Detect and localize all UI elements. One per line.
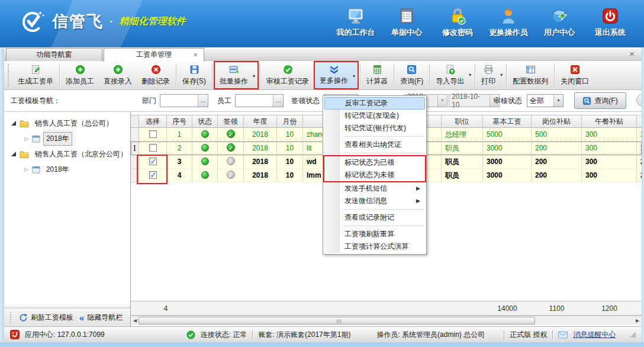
tree-node-2018-beijing[interactable]: ▷ 2018年 — [24, 162, 72, 176]
tree-node-2018-head-office[interactable]: ▷ 2018年 — [24, 131, 72, 146]
menu-item-view-notes[interactable]: 查看或记录附记 — [324, 211, 425, 224]
col-header-month[interactable]: 月份 — [277, 115, 303, 128]
row-header — [131, 169, 139, 182]
employee-input[interactable] — [236, 95, 273, 107]
refresh-templates-button[interactable]: 刷新工资模板 — [19, 313, 73, 323]
print-button[interactable]: 打印 ▾ — [476, 61, 505, 89]
nav-document-center[interactable]: 单据中心 — [381, 6, 432, 38]
col-header-lunch-allowance[interactable]: 午餐补贴 — [582, 115, 637, 128]
switch-operator-person-icon — [500, 7, 517, 25]
tree-expanded-icon[interactable] — [11, 152, 16, 156]
query-toolbar-button[interactable]: 查询(F) — [395, 61, 428, 89]
col-header-post-allowance[interactable]: 岗位补贴 — [532, 115, 582, 128]
calendar-icon — [32, 134, 40, 143]
generate-payroll-button[interactable]: 生成工资单 — [13, 61, 58, 89]
menu-item-view-cashier-voucher[interactable]: 查看相关出纳凭证 — [324, 139, 425, 151]
tree-node-head-office[interactable]: 销售人员工资（总公司） — [11, 116, 115, 130]
configure-columns-button[interactable]: 配置数据列 — [508, 61, 553, 89]
totals-lunch-allowance: 1200 — [582, 301, 637, 316]
menu-item-mark-as-unsigned[interactable]: 标记状态为未领 — [324, 169, 425, 181]
scroll-right-icon[interactable]: ▶ — [633, 316, 642, 325]
nav-user-center[interactable]: 用户中心 — [534, 6, 585, 38]
position-cell: 总经理 — [442, 128, 483, 142]
employee-lookup-button[interactable]: … — [273, 95, 283, 107]
tree-node-beijing-branch[interactable]: 销售人员工资（北京分公司） — [11, 147, 130, 161]
dept-input[interactable] — [160, 95, 198, 107]
tree-node-label: 2018年 — [44, 133, 72, 145]
direct-entry-button[interactable]: 直接录入 — [99, 61, 137, 89]
row-header — [131, 128, 139, 142]
nav-label: 修改密码 — [442, 27, 473, 38]
col-header-base-salary[interactable]: 基本工资 — [483, 115, 532, 128]
pane-close-icon[interactable]: × — [629, 49, 635, 59]
row-checkbox[interactable] — [149, 144, 157, 152]
signed-check-icon — [227, 130, 235, 138]
scroll-left-icon[interactable]: ◀ — [131, 316, 139, 325]
save-button[interactable]: 保存(S) — [178, 61, 211, 89]
app-tagline: 精细化管理软件 — [120, 15, 186, 28]
menu-item-recalculate-items[interactable]: 工资项刷新重算 — [324, 228, 425, 240]
menu-item-mark-as-signed[interactable]: 标记状态为已领 — [324, 156, 425, 169]
import-export-button[interactable]: 导入导出 ▾ — [431, 61, 474, 89]
tab-close-icon[interactable]: × — [193, 49, 198, 61]
toolbar-separator — [554, 64, 555, 86]
totals-post-allowance: 1100 — [532, 301, 582, 316]
lunch-allowance-cell: 300 — [582, 155, 637, 169]
button-label: 配置数据列 — [513, 76, 548, 86]
date-to-select[interactable]: 2018-10-10 ▾ — [449, 94, 500, 107]
batch-operation-button[interactable]: 批量操作 ▾ — [214, 61, 259, 89]
tab-function-navigator[interactable]: 功能导航窗 — [6, 48, 102, 61]
nav-exit-system[interactable]: 退出系统 — [585, 6, 636, 38]
col-header-select[interactable]: 选择 — [139, 115, 167, 128]
horizontal-scrollbar[interactable]: ◀ ▶ — [131, 316, 642, 325]
calculator-button[interactable]: 计算器 — [362, 61, 392, 89]
more-operations-button[interactable]: 更多操作 ▾ — [314, 61, 359, 89]
message-center-link[interactable]: 消息提醒中心 — [573, 330, 616, 340]
col-header-status[interactable]: 状态 — [192, 115, 218, 128]
delete-record-button[interactable]: 删除记录 — [137, 61, 175, 89]
year-cell: 2018 — [244, 155, 277, 169]
tree-expanded-icon[interactable] — [11, 121, 16, 126]
unsigned-check-icon — [227, 171, 235, 179]
col-header-seq[interactable]: 序号 — [167, 115, 192, 128]
nav-my-workbench[interactable]: 我的工作台 — [330, 6, 381, 38]
partial-cell: 2 — [637, 128, 642, 142]
close-window-button[interactable]: 关闭窗口 — [556, 61, 594, 89]
post-allowance-cell: 200 — [532, 155, 582, 169]
row-checkbox[interactable] — [149, 171, 157, 179]
menu-item-send-wechat[interactable]: 发送微信消息 ▶ — [324, 195, 425, 207]
query-button-label: 查询(F) — [594, 96, 617, 106]
close-window-icon — [570, 65, 580, 75]
audit-status-select[interactable]: 全部 ▾ — [527, 94, 564, 107]
resize-grip[interactable] — [630, 332, 636, 338]
menu-item-formula-calculation[interactable]: 工资项计算公式演算 — [324, 240, 425, 253]
tab-payroll-management[interactable]: 工资单管理 × — [104, 48, 204, 62]
col-header-year[interactable]: 年度 — [244, 115, 277, 128]
scrollbar-thumb[interactable] — [139, 317, 535, 324]
menu-item-post-voucher-cash[interactable]: 转记凭证(发现金) — [324, 110, 425, 122]
row-checkbox[interactable] — [149, 158, 157, 165]
base-salary-cell: 5000 — [483, 128, 532, 142]
query-button[interactable]: 查询(F) — [574, 92, 626, 109]
nav-switch-operator[interactable]: 更换操作员 — [483, 6, 534, 38]
audit-payroll-button[interactable]: 审核工资记录 — [262, 61, 314, 89]
row-checkbox[interactable] — [149, 130, 157, 138]
add-employee-button[interactable]: 添加员工 — [61, 61, 99, 89]
license-status: 正式版 授权 — [510, 330, 547, 340]
nav-change-password[interactable]: 修改密码 — [432, 6, 483, 38]
col-header-sign[interactable]: 签领 — [218, 115, 244, 128]
hide-navigator-button[interactable]: « 隐藏导航栏 — [79, 313, 123, 323]
tree-collapsed-icon[interactable]: ▷ — [24, 166, 28, 172]
tab-label: 功能导航窗 — [37, 50, 72, 59]
menu-item-post-voucher-bank[interactable]: 转记凭证(银行代发) — [324, 122, 425, 134]
button-label: 批量操作 — [220, 76, 248, 86]
exit-power-icon — [601, 7, 619, 25]
totals-empty — [192, 301, 218, 316]
col-header-position[interactable]: 职位 — [442, 115, 483, 128]
base-salary-cell: 3000 — [483, 142, 532, 155]
dept-lookup-button[interactable]: … — [198, 95, 208, 107]
tree-collapsed-icon[interactable]: ▷ — [24, 136, 28, 142]
menu-item-send-sms[interactable]: 发送手机短信 ▶ — [324, 182, 425, 195]
status-cell — [192, 155, 218, 169]
menu-item-unaudit-payroll[interactable]: 反审工资记录 — [324, 97, 425, 110]
